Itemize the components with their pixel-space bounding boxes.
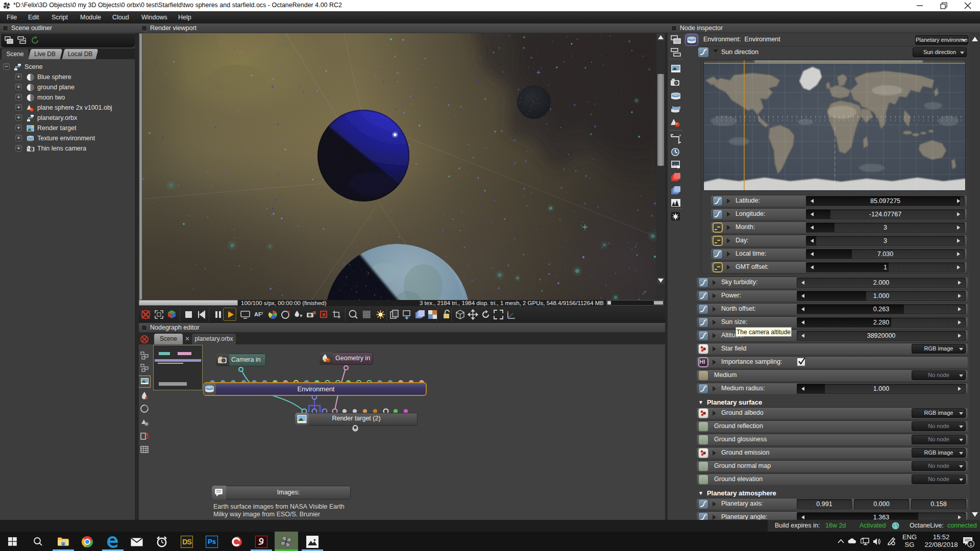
svg-text:1: 1: [969, 542, 972, 547]
